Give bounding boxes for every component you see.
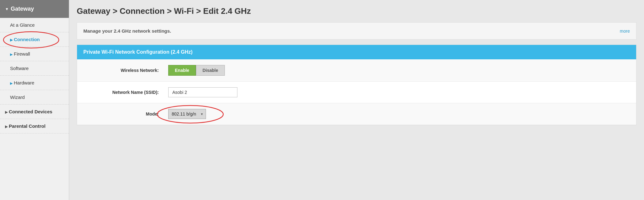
wireless-network-row: Wireless Network: Enable Disable (77, 59, 636, 82)
connection-arrow-icon: ▶ (10, 38, 13, 42)
hardware-arrow-icon: ▶ (10, 81, 13, 85)
description-text: Manage your 2.4 GHz network settings. (83, 28, 171, 34)
enable-button[interactable]: Enable (168, 65, 196, 76)
sidebar-section-parental-control[interactable]: ▶Parental Control (0, 119, 69, 133)
sidebar-section-label: Parental Control (9, 123, 46, 129)
config-body: Wireless Network: Enable Disable Network… (77, 59, 636, 125)
sidebar-item-label: Hardware (14, 80, 34, 85)
sidebar-item-label: Connection (14, 37, 40, 42)
network-name-label: Network Name (SSID): (90, 90, 159, 95)
mode-value: 802.11 b/g/n 802.11 b/g 802.11 n (168, 109, 624, 119)
sidebar-item-wizard[interactable]: Wizard (0, 90, 69, 105)
sidebar-item-firewall[interactable]: ▶Firewall (0, 47, 69, 61)
ssid-input[interactable] (168, 87, 237, 97)
sidebar-item-label: At a Glance (10, 22, 35, 28)
sidebar-gateway-label: Gateway (11, 6, 34, 12)
sidebar-section-connected-devices[interactable]: ▶Connected Devices (0, 105, 69, 119)
mode-row: Mode: 802.11 b/g/n 802.11 b/g 802.11 n (77, 103, 636, 125)
sidebar-item-at-a-glance[interactable]: At a Glance (0, 18, 69, 32)
network-name-row: Network Name (SSID): (77, 82, 636, 103)
mode-select[interactable]: 802.11 b/g/n 802.11 b/g 802.11 n (168, 109, 206, 119)
mode-label: Mode: (90, 111, 159, 116)
sidebar-item-hardware[interactable]: ▶Hardware (0, 76, 69, 90)
config-card: Private Wi-Fi Network Configuration (2.4… (77, 45, 636, 125)
network-name-value (168, 87, 624, 97)
connected-devices-arrow-icon: ▶ (5, 110, 8, 114)
sidebar-item-software[interactable]: Software (0, 61, 69, 76)
disable-button[interactable]: Disable (196, 65, 225, 76)
config-header: Private Wi-Fi Network Configuration (2.4… (77, 45, 636, 59)
page-title: Gateway > Connection > Wi-Fi > Edit 2.4 … (77, 6, 636, 16)
gateway-arrow-icon: ▼ (5, 7, 9, 11)
main-content: Gateway > Connection > Wi-Fi > Edit 2.4 … (69, 0, 644, 200)
sidebar-gateway-header[interactable]: ▼ Gateway (0, 0, 69, 18)
wireless-network-label: Wireless Network: (90, 68, 159, 73)
sidebar-item-connection[interactable]: ▶Connection (0, 32, 69, 47)
sidebar-item-label: Software (10, 66, 29, 71)
parental-control-arrow-icon: ▶ (5, 125, 8, 128)
firewall-arrow-icon: ▶ (10, 52, 13, 56)
sidebar: ▼ Gateway At a Glance ▶Connection ▶Firew… (0, 0, 69, 200)
wireless-network-value: Enable Disable (168, 65, 624, 76)
enable-disable-group: Enable Disable (168, 65, 624, 76)
more-link[interactable]: more (620, 29, 630, 34)
description-card: Manage your 2.4 GHz network settings. mo… (77, 22, 636, 40)
sidebar-item-label: Firewall (14, 51, 30, 57)
sidebar-section-label: Connected Devices (9, 109, 52, 114)
sidebar-item-label: Wizard (10, 95, 25, 100)
mode-select-wrapper: 802.11 b/g/n 802.11 b/g 802.11 n (168, 109, 206, 119)
